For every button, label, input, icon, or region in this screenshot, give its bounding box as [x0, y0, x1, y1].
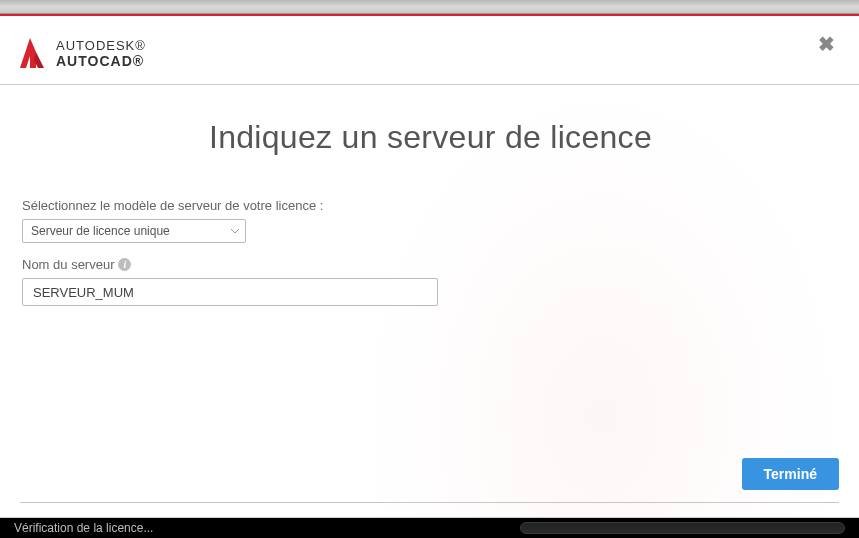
dialog-footer: Terminé [20, 458, 839, 503]
server-name-input[interactable] [22, 278, 438, 306]
status-bar: Vérification de la licence... [0, 518, 859, 538]
brand-product: AUTOCAD® [56, 54, 146, 68]
server-name-label-text: Nom du serveur [22, 257, 114, 272]
brand-text: AUTODESK® AUTOCAD® [56, 39, 146, 68]
page-title: Indiquez un serveur de licence [22, 119, 839, 156]
done-button[interactable]: Terminé [742, 458, 839, 490]
status-text: Vérification de la licence... [14, 521, 153, 535]
info-icon[interactable]: i [118, 258, 131, 271]
license-dialog: ✖ AUTODESK® AUTOCAD® Indiquez un serveur… [0, 16, 859, 518]
license-model-label: Sélectionnez le modèle de serveur de vot… [22, 198, 839, 213]
dialog-body: Indiquez un serveur de licence Sélection… [0, 85, 859, 306]
license-model-selected: Serveur de licence unique [31, 224, 170, 238]
brand-company: AUTODESK® [56, 39, 146, 52]
autodesk-logo-icon [18, 36, 46, 70]
window-titlebar [0, 0, 859, 14]
close-icon[interactable]: ✖ [818, 34, 835, 54]
brand-header: AUTODESK® AUTOCAD® [0, 16, 859, 84]
license-model-select[interactable]: Serveur de licence unique [22, 219, 246, 243]
footer-divider [20, 502, 839, 503]
server-name-label: Nom du serveur i [22, 257, 839, 272]
status-bar-slot [520, 522, 845, 534]
